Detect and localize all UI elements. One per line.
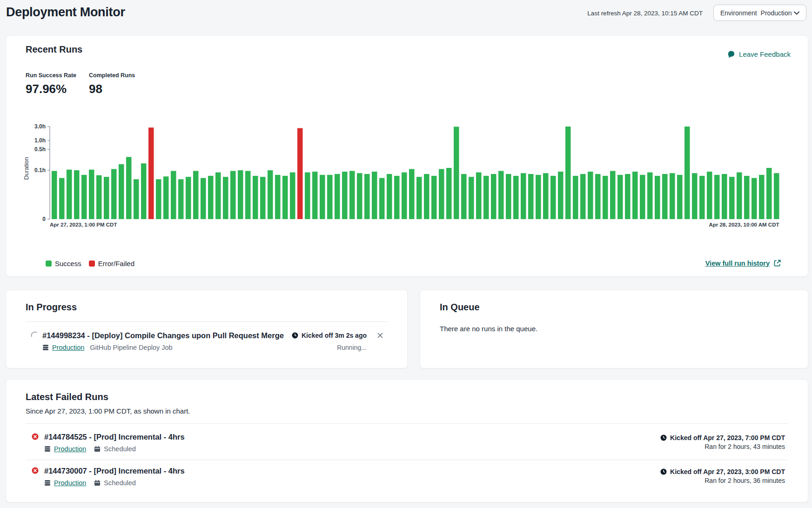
failed-run-trigger: Scheduled — [104, 445, 136, 453]
environment-dropdown[interactable]: Environment Production — [713, 5, 806, 21]
failed-run-trigger: Scheduled — [104, 479, 136, 487]
metric-success-rate-label: Run Success Rate — [26, 72, 76, 79]
failed-status-icon — [32, 467, 39, 474]
failed-run-title: #144730007 - [Prod] Incremental - 4hrs — [44, 467, 185, 475]
environment-dropdown-label: Environment — [720, 9, 757, 17]
in-progress-title: In Progress — [26, 302, 77, 313]
failed-run-duration: Ran for 2 hours, 36 minutes — [705, 477, 785, 484]
legend-label-success: Success — [55, 260, 81, 267]
run-duration-chart[interactable]: 3.0h1.0h0.5h0.1h0Apr 27, 2023, 1:00 PM C… — [6, 106, 809, 231]
in-progress-environment-link[interactable]: Production — [52, 344, 84, 351]
metric-completed-runs: Completed Runs 98 — [89, 72, 135, 96]
latest-failed-runs-title: Latest Failed Runs — [26, 392, 108, 402]
in-progress-kicked-off-text: Kicked off 3m 2s ago — [302, 332, 367, 339]
deployment-monitor-page: Deployment Monitor Last refresh Apr 28, … — [0, 0, 812, 508]
svg-text:Apr 27, 2023, 1:00 PM CDT: Apr 27, 2023, 1:00 PM CDT — [50, 222, 117, 227]
in-progress-job-name: GitHub Pipeline Deploy Job — [90, 344, 172, 351]
calendar-icon — [94, 446, 101, 452]
failed-run-kicked-off: Kicked off Apr 27, 2023, 3:00 PM CDT — [660, 468, 785, 475]
view-full-run-history-link[interactable]: View full run history — [705, 259, 781, 267]
svg-text:0.5h: 0.5h — [34, 146, 46, 153]
run-duration-chart-svg: 3.0h1.0h0.5h0.1h0Apr 27, 2023, 1:00 PM C… — [6, 106, 809, 231]
svg-text:Apr 28, 2023, 10:00 AM CDT: Apr 28, 2023, 10:00 AM CDT — [709, 222, 779, 227]
last-refresh-text: Last refresh Apr 28, 2023, 10:15 AM CDT — [587, 10, 703, 17]
in-progress-run-title: #144998234 - [Deploy] Compile Changes up… — [42, 331, 284, 340]
recent-runs-title: Recent Runs — [26, 44, 82, 55]
in-progress-divider — [26, 321, 388, 322]
latest-failed-runs-subtitle: Since Apr 27, 2023, 1:00 PM CDT, as show… — [26, 407, 190, 415]
legend-item-success: Success — [46, 260, 81, 267]
clock-icon — [660, 468, 667, 475]
view-full-run-history-label: View full run history — [705, 260, 770, 267]
calendar-icon — [94, 480, 101, 486]
environment-stack-icon — [44, 480, 51, 486]
chevron-down-icon — [793, 9, 800, 17]
leave-feedback-link[interactable]: Leave Feedback — [727, 50, 791, 58]
legend-label-error: Error/Failed — [98, 260, 134, 267]
in-progress-card: In Progress #144998234 - [Deploy] Compil… — [6, 290, 408, 368]
failed-run-meta: Production Scheduled — [44, 445, 136, 453]
clock-icon — [660, 434, 667, 441]
metric-completed-runs-label: Completed Runs — [89, 72, 135, 79]
chat-bubble-icon — [727, 50, 735, 58]
external-link-icon — [773, 259, 781, 267]
environment-stack-icon — [42, 344, 49, 351]
environment-stack-icon — [44, 446, 51, 452]
in-progress-status: Running... — [337, 344, 367, 351]
failed-run-environment-link[interactable]: Production — [54, 479, 86, 487]
legend-item-error: Error/Failed — [89, 260, 134, 267]
failed-run-duration: Ran for 2 hours, 43 minutes — [705, 443, 785, 450]
failed-run-kicked-off: Kicked off Apr 27, 2023, 7:00 PM CDT — [660, 434, 785, 441]
in-queue-title: In Queue — [440, 302, 480, 313]
metric-success-rate-value: 97.96% — [26, 82, 76, 96]
clock-icon — [292, 332, 298, 339]
page-title: Deployment Monitor — [6, 5, 125, 20]
legend-swatch-success — [46, 261, 52, 267]
leave-feedback-label: Leave Feedback — [739, 50, 791, 58]
failed-runs-divider-1 — [26, 423, 788, 424]
close-icon[interactable] — [377, 332, 383, 339]
metric-success-rate: Run Success Rate 97.96% — [26, 72, 76, 96]
svg-text:0: 0 — [42, 216, 46, 222]
spinner-icon — [30, 331, 39, 339]
failed-run-kicked-off-text: Kicked off Apr 27, 2023, 7:00 PM CDT — [670, 434, 785, 441]
recent-runs-card: Recent Runs Leave Feedback Run Success R… — [6, 35, 808, 277]
svg-text:3.0h: 3.0h — [34, 123, 46, 130]
failed-status-icon — [32, 433, 39, 440]
failed-run-title: #144784525 - [Prod] Incremental - 4hrs — [44, 433, 185, 441]
failed-run-environment-link[interactable]: Production — [54, 445, 86, 453]
failed-runs-divider-2 — [26, 460, 788, 460]
in-progress-kicked-off: Kicked off 3m 2s ago — [292, 332, 367, 339]
failed-run-meta: Production Scheduled — [44, 479, 136, 487]
environment-dropdown-value: Production — [761, 9, 792, 17]
svg-text:Duration: Duration — [23, 157, 30, 180]
chart-legend: Success Error/Failed — [46, 260, 134, 267]
in-progress-run-meta: Production GitHub Pipeline Deploy Job — [42, 344, 173, 351]
failed-run-kicked-off-text: Kicked off Apr 27, 2023, 3:00 PM CDT — [670, 468, 785, 475]
in-queue-card: In Queue There are no runs in the queue. — [420, 290, 808, 368]
in-queue-empty-message: There are no runs in the queue. — [440, 325, 537, 333]
metric-completed-runs-value: 98 — [89, 82, 135, 96]
legend-swatch-error — [89, 261, 95, 267]
svg-text:1.0h: 1.0h — [34, 137, 46, 144]
svg-text:0.1h: 0.1h — [34, 167, 46, 174]
latest-failed-runs-card: Latest Failed Runs Since Apr 27, 2023, 1… — [6, 379, 808, 502]
